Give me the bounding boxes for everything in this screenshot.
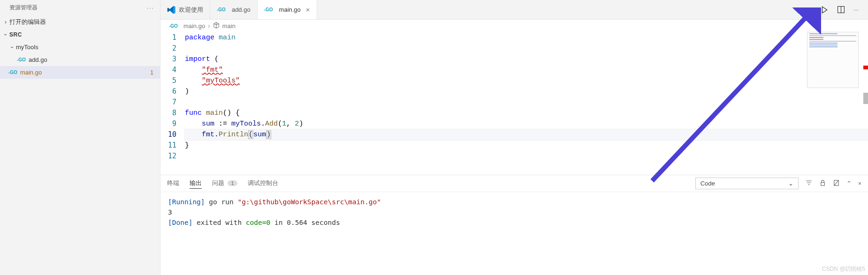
panel-tab-debug[interactable]: 调试控制台: [248, 178, 278, 188]
problems-count: 1: [228, 180, 237, 186]
tab-main-go[interactable]: GO main.go ×: [258, 0, 317, 19]
watermark: CSDN @叨陪鲤5: [822, 265, 865, 273]
go-file-icon: GO: [169, 23, 178, 29]
sidebar-title: 资源管理器: [9, 4, 38, 12]
tab-add-go[interactable]: GO add.go: [210, 0, 258, 19]
error-marker: [863, 66, 868, 69]
run-icon[interactable]: [820, 6, 829, 14]
breadcrumb[interactable]: GO main.go › main: [160, 20, 868, 32]
panel-tabs: 终端 输出 问题 1 调试控制台 Code ⌄ ⌃ ×: [160, 175, 868, 192]
section-label: 打开的编辑器: [9, 18, 46, 26]
chevron-down-icon: ›: [9, 44, 15, 51]
open-editors-section[interactable]: › 打开的编辑器: [0, 15, 160, 28]
panel-tab-problems[interactable]: 问题 1: [212, 178, 237, 188]
clear-icon[interactable]: [833, 179, 840, 188]
output-content[interactable]: [Running] go run "g:\github\goWorkSpace\…: [160, 192, 868, 275]
vscode-icon: [167, 6, 175, 14]
go-file-icon: GO: [217, 7, 226, 12]
chevron-up-icon[interactable]: ⌃: [846, 180, 852, 187]
split-editor-icon[interactable]: [837, 6, 845, 14]
tab-actions: ···: [820, 6, 868, 14]
code-editor[interactable]: 123456789101112 package mainimport ( "fm…: [160, 32, 868, 175]
lock-icon[interactable]: [819, 179, 826, 188]
panel-tab-output[interactable]: 输出: [190, 178, 202, 189]
svg-rect-3: [821, 182, 824, 186]
chevron-right-icon: ›: [2, 19, 9, 25]
file-label: main.go: [20, 69, 42, 76]
output-channel-select[interactable]: Code ⌄: [695, 178, 799, 189]
breadcrumb-file[interactable]: main.go: [183, 22, 205, 30]
tab-label: add.go: [232, 6, 251, 13]
file-label: add.go: [29, 56, 47, 63]
explorer-sidebar: 资源管理器 ··· › 打开的编辑器 › SRC › myTools GO ad…: [0, 0, 160, 275]
go-file-icon: GO: [8, 70, 17, 75]
go-file-icon: GO: [264, 7, 273, 12]
more-icon[interactable]: ···: [853, 6, 859, 13]
folder-mytools[interactable]: › myTools: [0, 41, 160, 53]
root-folder[interactable]: › SRC: [0, 28, 160, 41]
panel-tab-terminal[interactable]: 终端: [167, 178, 179, 188]
overview-ruler: [861, 32, 868, 175]
minimap[interactable]: [807, 32, 859, 88]
close-panel-icon[interactable]: ×: [858, 180, 861, 187]
filter-icon[interactable]: [805, 179, 813, 188]
go-file-icon: GO: [17, 57, 26, 62]
chevron-down-icon: ⌄: [788, 180, 793, 187]
tab-welcome[interactable]: 欢迎使用: [160, 0, 210, 19]
tab-label: main.go: [279, 6, 301, 13]
problem-badge: 1: [150, 69, 153, 76]
close-icon[interactable]: ×: [306, 6, 310, 14]
line-gutter: 123456789101112: [160, 32, 185, 175]
folder-label: myTools: [16, 44, 38, 51]
file-tree: › 打开的编辑器 › SRC › myTools GO add.go GO ma…: [0, 15, 160, 275]
editor-area: 欢迎使用 GO add.go GO main.go × ···: [160, 0, 868, 275]
chevron-right-icon: ›: [208, 22, 210, 30]
root-label: SRC: [9, 31, 22, 38]
tab-label: 欢迎使用: [179, 6, 203, 14]
sidebar-header: 资源管理器 ···: [0, 0, 160, 15]
scroll-thumb[interactable]: [863, 93, 868, 104]
code-content[interactable]: package mainimport ( "fmt" "myTools")fun…: [185, 32, 868, 175]
breadcrumb-symbol[interactable]: main: [222, 22, 236, 30]
package-icon: [213, 22, 220, 30]
bottom-panel: 终端 输出 问题 1 调试控制台 Code ⌄ ⌃ ×: [160, 175, 868, 275]
chevron-down-icon: ›: [2, 31, 9, 38]
file-add-go[interactable]: GO add.go: [0, 53, 160, 66]
sidebar-more-icon[interactable]: ···: [147, 5, 154, 11]
editor-tabs: 欢迎使用 GO add.go GO main.go × ···: [160, 0, 868, 20]
file-main-go[interactable]: GO main.go 1: [0, 66, 160, 79]
svg-line-5: [834, 180, 838, 185]
